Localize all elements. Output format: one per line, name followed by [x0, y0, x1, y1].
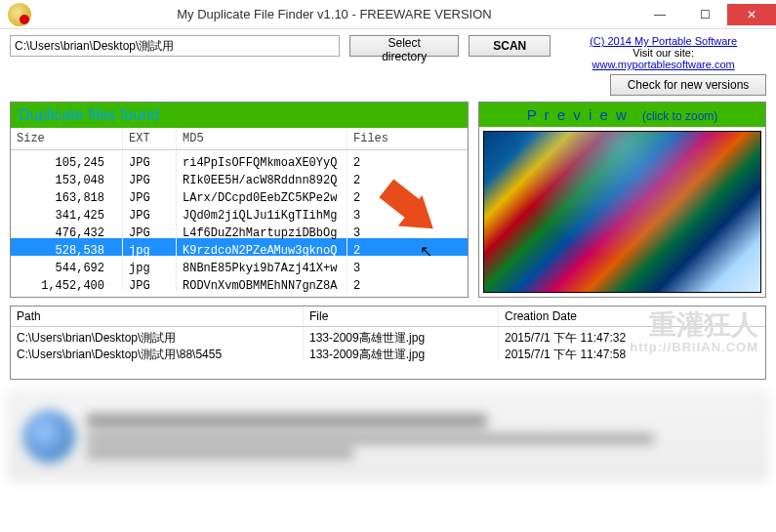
ad-banner[interactable]	[10, 393, 766, 479]
window-controls: — ☐ ✕	[637, 4, 776, 25]
site-link[interactable]: www.myportablesoftware.com	[592, 59, 735, 70]
content-area: Duplicate files found Size EXT MD5 Files…	[0, 102, 776, 298]
duplicates-list[interactable]: 105,245JPGri4PpIsOFFQMkmoaXE0YyQ2153,048…	[11, 150, 468, 297]
table-row[interactable]: 544,692jpg8NBnE85Pkyi9b7Azj41X+w3	[11, 256, 468, 273]
preview-zoom-hint: (click to zoom)	[642, 109, 717, 123]
check-row: Check for new versions	[0, 74, 776, 102]
col-md5[interactable]: MD5	[177, 128, 347, 149]
duplicates-columns: Size EXT MD5 Files	[11, 128, 468, 150]
directory-input[interactable]	[10, 35, 340, 57]
preview-title: P r e v i e w	[527, 106, 629, 123]
table-row[interactable]: 341,425JPGJQd0m2jiQLJu1iKgTIihMg3	[11, 203, 468, 221]
table-row[interactable]: 476,432JPGL4f6DuZ2hMartupziDBbOg3	[11, 221, 468, 238]
col-ext[interactable]: EXT	[123, 128, 177, 149]
duplicates-header: Duplicate files found	[11, 102, 468, 128]
close-button[interactable]: ✕	[727, 4, 776, 25]
check-versions-button[interactable]: Check for new versions	[610, 74, 766, 96]
dcol-file[interactable]: File	[304, 307, 499, 326]
table-row[interactable]: C:\Users\brian\Desktop\測試用133-2009高雄世運.j…	[11, 327, 765, 344]
minimize-button[interactable]: —	[637, 4, 682, 25]
titlebar: My Duplicate File Finder v1.10 - FREEWAR…	[0, 0, 776, 29]
detail-columns: Path File Creation Date	[11, 307, 765, 327]
dcol-date[interactable]: Creation Date	[499, 307, 765, 326]
preview-header: P r e v i e w (click to zoom)	[479, 102, 765, 127]
window-title: My Duplicate File Finder v1.10 - FREEWAR…	[31, 7, 637, 21]
col-size[interactable]: Size	[11, 128, 123, 149]
toolbar: Select directory SCAN (C) 2014 My Portab…	[0, 29, 776, 74]
table-row[interactable]: 528,538jpgK9rzdcoN2PZeAMuw3gknoQ2	[11, 238, 468, 256]
col-files[interactable]: Files	[347, 128, 401, 149]
ad-icon	[22, 410, 75, 463]
table-row[interactable]: 105,245JPGri4PpIsOFFQMkmoaXE0YyQ2	[11, 150, 468, 168]
preview-image[interactable]	[483, 131, 761, 293]
visit-prefix: Visit our site:	[633, 47, 694, 59]
detail-panel: Path File Creation Date C:\Users\brian\D…	[10, 306, 766, 380]
app-icon	[8, 3, 31, 26]
preview-panel: P r e v i e w (click to zoom)	[478, 102, 766, 298]
copyright-link[interactable]: (C) 2014 My Portable Software	[590, 35, 737, 47]
duplicates-panel: Duplicate files found Size EXT MD5 Files…	[10, 102, 469, 298]
dcol-path[interactable]: Path	[11, 307, 304, 326]
table-row[interactable]: 1,452,400JPGRODVnXvmOBMMEhNN7gnZ8A2	[11, 273, 468, 291]
detail-list[interactable]: C:\Users\brian\Desktop\測試用133-2009高雄世運.j…	[11, 327, 765, 360]
select-directory-button[interactable]: Select directory	[349, 35, 459, 57]
maximize-button[interactable]: ☐	[682, 4, 727, 25]
table-row[interactable]: C:\Users\brian\Desktop\測試用\88\5455133-20…	[11, 344, 765, 360]
ad-text	[87, 414, 754, 459]
table-row[interactable]: 153,048JPGRIk0EE5H/acW8Rddnn892Q2	[11, 168, 468, 185]
credits: (C) 2014 My Portable Software Visit our …	[560, 35, 766, 70]
table-row[interactable]: 163,818JPGLArx/DCcpd0EebZC5KPe2w2	[11, 185, 468, 203]
scan-button[interactable]: SCAN	[469, 35, 551, 57]
